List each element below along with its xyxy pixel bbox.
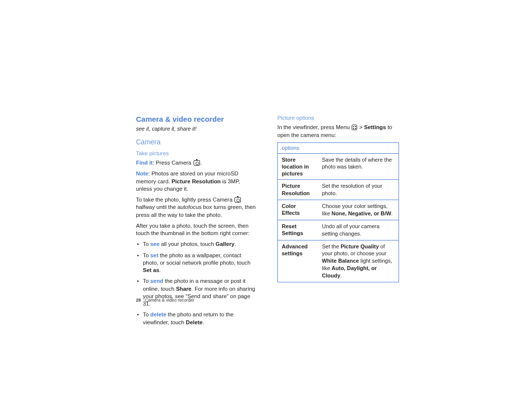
li-pre: To — [143, 252, 150, 258]
after-photo-paragraph: After you take a photo, touch the screen… — [136, 222, 258, 238]
row-label: Color Effects — [278, 200, 318, 220]
li-post: . — [234, 241, 236, 247]
desc-b: . — [391, 210, 393, 216]
list-item: To send the photo in a message or post i… — [136, 277, 258, 308]
find-it-line: Find it: Press Camera . — [136, 159, 258, 167]
table-row: Reset Settings Undo all of your camera s… — [278, 220, 399, 240]
table-header: options — [278, 142, 399, 153]
row-desc: Choose your color settings, like None, N… — [318, 200, 399, 220]
row-label: Reset Settings — [278, 220, 318, 240]
li-pre: To — [143, 241, 150, 247]
row-desc: Set the resolution of your photo. — [318, 180, 399, 200]
findit-text: : Press Camera — [153, 160, 193, 166]
take-a: To take the photo, lightly press Camera — [136, 197, 234, 203]
take-b: halfway until the autofocus box turns gr… — [136, 204, 256, 217]
camera-heading: Camera — [136, 137, 258, 147]
footer-section: Camera & video recorder — [145, 298, 195, 303]
table-row: Picture Resolution Set the resolution of… — [278, 180, 399, 200]
bullet-list: To see all your photos, touch Gallery. T… — [136, 240, 258, 326]
list-item: To delete the photo and return to the vi… — [136, 311, 258, 326]
li-action: send — [150, 278, 163, 284]
page-number: 28 — [136, 298, 141, 303]
li-pre: To — [143, 311, 150, 317]
desc-bold: Picture Quality — [340, 243, 379, 249]
note-bold: Picture Resolution — [171, 178, 221, 184]
row-desc: Save the details of where the photo was … — [318, 153, 399, 180]
desc-bold2: White Balance — [322, 258, 359, 264]
li-pre: To — [143, 278, 150, 284]
list-item: To set the photo as a wallpaper, contact… — [136, 252, 258, 274]
li-bold: Share — [176, 286, 191, 292]
intro-a: In the viewfinder, press Menu — [277, 124, 351, 130]
li-bold: Delete — [186, 319, 202, 325]
row-label: Picture Resolution — [278, 180, 318, 200]
right-column: Picture options In the viewfinder, press… — [277, 114, 399, 330]
list-item: To see all your photos, touch Gallery. — [136, 240, 258, 248]
li-bold: Set as — [143, 267, 159, 273]
li-mid: the photo as a wallpaper, contact photo,… — [143, 252, 251, 266]
note-paragraph: Note: Photos are stored on your microSD … — [136, 170, 258, 193]
table-row: Color Effects Choose your color settings… — [278, 200, 399, 220]
note-label: Note — [136, 171, 148, 176]
page-title: Camera & video recorder — [136, 114, 258, 124]
viewfinder-intro: In the viewfinder, press Menu > Settings… — [277, 124, 399, 139]
manual-page: Camera & video recorder see it, capture … — [0, 0, 532, 411]
desc-bold: None, Negative, or B/W — [332, 210, 391, 216]
tagline: see it, capture it, share it! — [136, 125, 258, 133]
li-post: . — [159, 267, 161, 273]
camera-icon — [194, 160, 200, 166]
intro-settings: Settings — [364, 124, 386, 130]
picture-options-heading: Picture options — [277, 114, 399, 122]
li-mid: all your photos, touch — [160, 241, 216, 247]
table-row: Advanced settings Set the Picture Qualit… — [278, 240, 399, 282]
row-label: Advanced settings — [278, 240, 318, 282]
menu-icon — [352, 125, 357, 130]
li-action: see — [150, 241, 160, 247]
options-table: options Store location in pictures Save … — [277, 142, 399, 282]
take-photo-paragraph: To take the photo, lightly press Camera … — [136, 196, 258, 219]
findit-dot: . — [200, 160, 202, 166]
intro-b: > — [358, 124, 364, 130]
take-pictures-heading: Take pictures — [136, 150, 258, 157]
desc-a: Set the — [322, 243, 341, 249]
li-action: delete — [150, 311, 166, 317]
row-desc: Set the Picture Quality of your photo, o… — [318, 240, 399, 282]
findit-label: Find it — [136, 160, 153, 166]
desc-b3: . — [340, 273, 342, 278]
li-bold: Gallery — [216, 241, 234, 247]
table-row: Store location in pictures Save the deta… — [278, 153, 399, 180]
page-footer: 28Camera & video recorder — [136, 298, 195, 303]
li-action: set — [150, 252, 158, 258]
row-desc: Undo all of your camera setting changes. — [318, 220, 399, 240]
li-post: . — [202, 319, 204, 325]
camera-icon — [234, 197, 241, 203]
row-label: Store location in pictures — [278, 153, 318, 180]
